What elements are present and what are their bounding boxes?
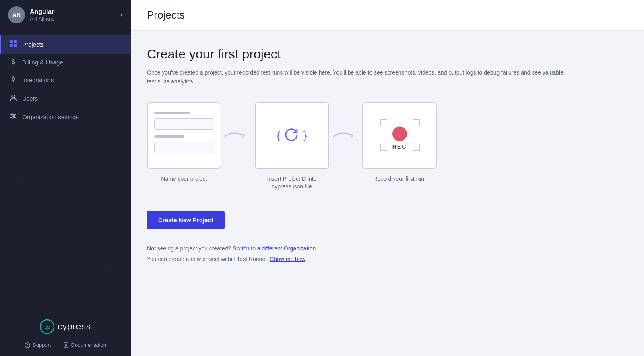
documentation-link[interactable]: Documentation bbox=[63, 342, 106, 348]
org-switcher[interactable]: AN Angular Afif Alfiano ▾ bbox=[0, 0, 131, 30]
sidebar-item-users[interactable]: Users bbox=[0, 89, 131, 108]
rec-frame: REC bbox=[380, 119, 420, 151]
avatar: AN bbox=[8, 6, 25, 23]
refresh-icon bbox=[283, 127, 300, 144]
cypress-logo: cy cypress bbox=[40, 319, 91, 334]
switch-org-link[interactable]: Switch to a different Organization bbox=[233, 245, 316, 252]
step-3-wrapper: REC Record your first run! bbox=[362, 102, 437, 183]
integrations-icon bbox=[9, 75, 17, 84]
sidebar-item-label: Billing & Usage bbox=[22, 59, 63, 66]
steps-row: Name your project { bbox=[147, 102, 628, 191]
org-user: Afif Alfiano bbox=[30, 16, 120, 22]
corner-tl bbox=[380, 119, 387, 126]
rec-dot bbox=[392, 127, 407, 141]
cypress-logo-text: cypress bbox=[58, 321, 91, 332]
sidebar-item-label: Integrations bbox=[22, 77, 54, 83]
rec-label: REC bbox=[392, 143, 407, 150]
step-2-wrapper: { } Insert ProjectID into cypress.json f… bbox=[254, 102, 330, 191]
footer-note-1: Not seeing a project you created? Switch… bbox=[147, 245, 628, 252]
svg-point-23 bbox=[12, 117, 13, 118]
users-icon bbox=[9, 94, 17, 103]
footer-links: ? Support Documentation bbox=[8, 342, 123, 348]
step-1-label: Name your project bbox=[161, 175, 207, 183]
sidebar: ✦ ✕ ✕ 🔍 🐱 ♥ ✓ ✓ AN Angular Afif Alfiano … bbox=[0, 0, 131, 356]
chevron-down-icon: ▾ bbox=[120, 12, 123, 18]
corner-br bbox=[413, 144, 420, 151]
corner-bl bbox=[380, 144, 387, 151]
svg-rect-10 bbox=[10, 44, 13, 47]
step-1-card bbox=[147, 102, 221, 169]
arrow-1 bbox=[221, 129, 254, 141]
svg-rect-11 bbox=[14, 44, 17, 47]
org-info: Angular Afif Alfiano bbox=[30, 8, 120, 22]
step-3-card: REC bbox=[362, 102, 437, 169]
settings-icon bbox=[9, 112, 17, 121]
projects-content: Create your first project Once you've cr… bbox=[131, 31, 644, 356]
svg-rect-9 bbox=[14, 40, 17, 43]
form-input-mock-1 bbox=[154, 118, 214, 130]
form-mock bbox=[148, 106, 221, 165]
svg-text:?: ? bbox=[26, 344, 28, 348]
svg-text:cy: cy bbox=[45, 324, 50, 330]
main-header: Projects bbox=[131, 0, 644, 31]
documentation-icon bbox=[63, 342, 69, 348]
support-icon: ? bbox=[25, 342, 30, 348]
dollar-icon: $ bbox=[9, 58, 17, 66]
sidebar-item-label: Users bbox=[22, 95, 38, 102]
sidebar-footer: cy cypress ? Support Documentation bbox=[0, 311, 131, 356]
projects-icon bbox=[9, 40, 17, 49]
step-1-wrapper: Name your project bbox=[147, 102, 221, 183]
svg-point-12 bbox=[12, 78, 14, 80]
svg-point-21 bbox=[11, 114, 13, 115]
create-new-project-button[interactable]: Create New Project bbox=[147, 211, 225, 229]
show-me-how-link[interactable]: Show me how bbox=[270, 256, 305, 262]
org-name: Angular bbox=[30, 8, 120, 16]
main-content-area: Projects Create your first project Once … bbox=[131, 0, 644, 356]
sidebar-item-label: Projects bbox=[22, 41, 44, 48]
arrow-2 bbox=[330, 129, 362, 141]
sidebar-item-billing[interactable]: $ Billing & Usage bbox=[0, 54, 131, 70]
step-2-card: { } bbox=[255, 102, 329, 169]
form-input-mock-2 bbox=[154, 142, 214, 153]
footer-note-2: You can create a new project within Test… bbox=[147, 256, 628, 262]
create-project-description: Once you've created a project, your reco… bbox=[147, 68, 574, 86]
support-link[interactable]: ? Support bbox=[25, 342, 51, 348]
step-2-label: Insert ProjectID into cypress.json file bbox=[254, 175, 330, 191]
svg-point-22 bbox=[13, 115, 15, 117]
sidebar-item-projects[interactable]: Projects bbox=[0, 35, 131, 54]
svg-rect-8 bbox=[10, 40, 13, 43]
form-line-label-2 bbox=[154, 135, 184, 138]
step-3-label: Record your first run! bbox=[373, 175, 426, 183]
form-line-label bbox=[154, 112, 190, 114]
corner-tr bbox=[413, 119, 420, 126]
sidebar-item-integrations[interactable]: Integrations bbox=[0, 70, 131, 89]
json-icon: { } bbox=[277, 127, 307, 144]
sidebar-item-org-settings[interactable]: Organization settings bbox=[0, 108, 131, 126]
page-title: Projects bbox=[147, 9, 628, 21]
create-project-title: Create your first project bbox=[147, 47, 628, 62]
sidebar-nav: Projects $ Billing & Usage Integrations bbox=[0, 30, 131, 311]
rec-container: REC bbox=[380, 119, 420, 151]
sidebar-item-label: Organization settings bbox=[22, 114, 79, 120]
